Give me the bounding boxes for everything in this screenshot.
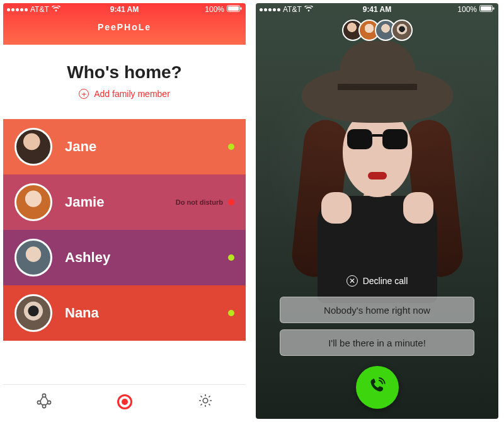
status-bar: AT&T 9:41 AM 100% xyxy=(3,3,246,16)
member-row[interactable]: Ashley xyxy=(3,230,246,285)
presence-dot-icon xyxy=(228,310,234,316)
svg-point-6 xyxy=(42,404,45,408)
decline-call-button[interactable]: ✕ Decline call xyxy=(256,275,498,287)
clock: 9:41 AM xyxy=(256,5,498,14)
record-icon[interactable] xyxy=(117,394,132,409)
close-icon: ✕ xyxy=(346,275,358,287)
people-network-icon[interactable] xyxy=(36,392,52,411)
presence-dot-icon xyxy=(228,254,234,261)
decline-label: Decline call xyxy=(363,276,408,286)
caller-photo xyxy=(283,47,472,287)
household-avatars[interactable] xyxy=(256,20,498,41)
svg-point-5 xyxy=(47,401,50,404)
svg-point-3 xyxy=(42,394,45,397)
member-name: Nana xyxy=(65,305,99,321)
quick-reply-label: Nobody's home right now xyxy=(324,305,430,316)
page-title: Who's home? xyxy=(3,62,246,83)
avatar xyxy=(14,128,52,166)
answer-call-button[interactable] xyxy=(356,366,399,409)
avatar xyxy=(14,239,52,277)
member-name: Jamie xyxy=(65,194,104,210)
header: AT&T 9:41 AM 100% PeePHoLe xyxy=(3,3,246,45)
tab-bar xyxy=(3,384,246,419)
quick-reply-label: I'll be there in a minute! xyxy=(328,338,426,348)
phone-icon xyxy=(367,376,387,399)
svg-point-4 xyxy=(37,401,40,404)
member-row[interactable]: Jane xyxy=(3,119,246,174)
presence-dot-icon xyxy=(228,199,234,205)
member-row[interactable]: Nana xyxy=(3,285,246,341)
incoming-call-screen: AT&T 9:41 AM 100% xyxy=(256,3,498,419)
member-list: Jane Jamie Do not disturb Ashley Nan xyxy=(3,119,246,341)
member-name: Jane xyxy=(65,139,96,155)
presence-dot-icon xyxy=(228,144,234,150)
avatar xyxy=(14,294,52,332)
add-label: Add family member xyxy=(94,89,170,99)
app-title: PeePHoLe xyxy=(3,16,246,36)
member-row[interactable]: Jamie Do not disturb xyxy=(3,174,246,230)
gear-icon[interactable] xyxy=(197,392,214,411)
plus-circle-icon: + xyxy=(79,89,89,99)
avatar xyxy=(14,183,52,221)
quick-reply-button[interactable]: I'll be there in a minute! xyxy=(280,329,474,356)
quick-reply-button[interactable]: Nobody's home right now xyxy=(280,297,474,323)
home-screen: AT&T 9:41 AM 100% PeePHoLe Who's home? +… xyxy=(3,3,246,419)
clock: 9:41 AM xyxy=(3,5,246,14)
member-name: Ashley xyxy=(65,249,110,266)
hero: Who's home? + Add family member xyxy=(3,45,246,108)
avatar xyxy=(391,20,413,41)
svg-point-7 xyxy=(203,398,208,403)
member-status-label: Do not disturb xyxy=(176,198,223,206)
status-bar: AT&T 9:41 AM 100% xyxy=(256,3,498,16)
add-family-member-button[interactable]: + Add family member xyxy=(3,89,246,99)
